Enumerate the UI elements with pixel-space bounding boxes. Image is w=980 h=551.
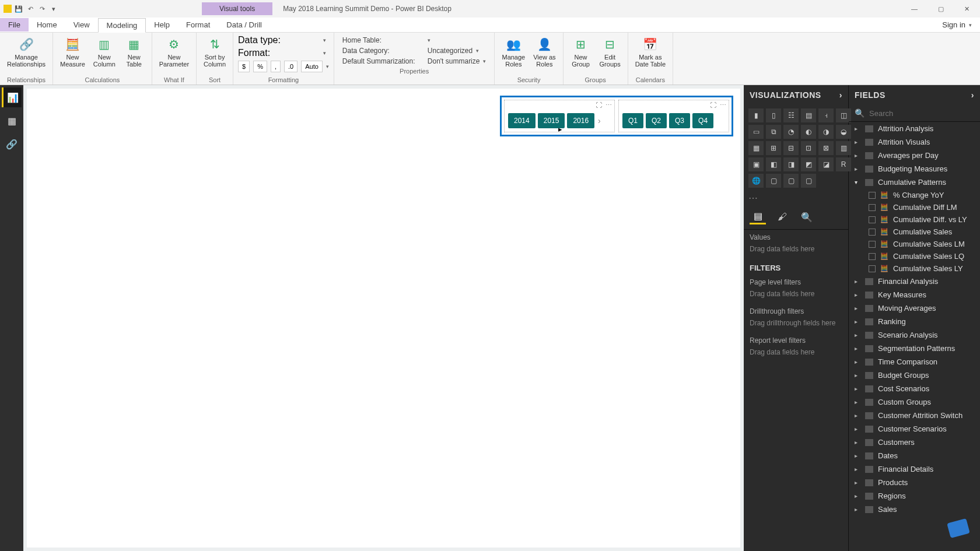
viz-type-icon[interactable]: ◪ bbox=[818, 157, 834, 171]
maximize-button[interactable]: ▢ bbox=[928, 0, 954, 17]
field-checkbox[interactable] bbox=[869, 192, 876, 199]
viz-type-icon[interactable]: ▢ bbox=[801, 174, 816, 188]
viz-type-icon[interactable]: ◐ bbox=[801, 125, 816, 139]
field-checkbox[interactable] bbox=[869, 216, 876, 223]
new-table-button[interactable]: ▦New Table bbox=[121, 35, 147, 69]
field-item[interactable]: 🧮Cumulative Sales LQ bbox=[849, 250, 980, 262]
drillthrough-dropzone[interactable]: Drag drillthrough fields here bbox=[744, 317, 848, 333]
field-table[interactable]: ▸Budget Groups bbox=[849, 368, 980, 382]
field-item[interactable]: 🧮Cumulative Diff. vs LY bbox=[849, 213, 980, 226]
year-slicer[interactable]: ⛶ ⋯ 201420152016› ▸ bbox=[504, 100, 615, 132]
fields-well-tab[interactable]: ▤ bbox=[750, 209, 766, 224]
analytics-tab[interactable]: 🔍 bbox=[799, 209, 815, 224]
collapse-pane-icon[interactable]: › bbox=[839, 90, 842, 100]
focus-mode-icon[interactable]: ⛶ bbox=[596, 101, 602, 109]
field-table[interactable]: ▸Cost Scenarios bbox=[849, 382, 980, 395]
year-chip[interactable]: 2016 bbox=[567, 113, 594, 128]
field-item[interactable]: 🧮Cumulative Sales LY bbox=[849, 262, 980, 275]
undo-icon[interactable]: ↶ bbox=[26, 4, 35, 13]
field-table[interactable]: ▸Time Comparison bbox=[849, 355, 980, 368]
field-table[interactable]: ▸Attrition Analysis bbox=[849, 122, 980, 135]
viz-type-icon[interactable]: ▢ bbox=[766, 174, 781, 188]
field-table[interactable]: ▸Scenario Analysis bbox=[849, 328, 980, 342]
field-item[interactable]: 🧮Cumulative Sales LM bbox=[849, 238, 980, 250]
new-measure-button[interactable]: 🧮New Measure bbox=[58, 35, 88, 69]
field-checkbox[interactable] bbox=[869, 265, 876, 272]
report-filters-dropzone[interactable]: Drag data fields here bbox=[744, 346, 848, 362]
more-options-icon[interactable]: ⋯ bbox=[720, 101, 726, 109]
quarter-chip[interactable]: Q4 bbox=[692, 113, 713, 128]
field-item[interactable]: 🧮% Change YoY bbox=[849, 189, 980, 201]
field-checkbox[interactable] bbox=[869, 204, 876, 211]
quarter-chip[interactable]: Q2 bbox=[646, 113, 667, 128]
field-table[interactable]: ▸Key Measures bbox=[849, 288, 980, 301]
year-chip[interactable]: 2015 bbox=[538, 113, 565, 128]
chevron-down-icon[interactable]: ▾ bbox=[483, 58, 486, 64]
field-table[interactable]: ▸Financial Details bbox=[849, 462, 980, 476]
mark-as-date-table-button[interactable]: 📅Mark as Date Table bbox=[633, 35, 668, 69]
field-table[interactable]: ▸Attrition Visuals bbox=[849, 135, 980, 149]
tab-modeling[interactable]: Modeling bbox=[98, 18, 146, 33]
manage-relationships-button[interactable]: 🔗 Manage Relationships bbox=[5, 35, 48, 69]
field-table[interactable]: ▸Regions bbox=[849, 489, 980, 503]
chevron-down-icon[interactable]: ▾ bbox=[323, 50, 326, 56]
redo-icon[interactable]: ↷ bbox=[37, 4, 47, 13]
field-item[interactable]: 🧮Cumulative Diff LM bbox=[849, 201, 980, 213]
viz-type-icon[interactable]: ◔ bbox=[783, 125, 799, 139]
quarter-chip[interactable]: Q1 bbox=[622, 113, 643, 128]
more-options-icon[interactable]: ⋯ bbox=[606, 101, 612, 109]
chevron-down-icon[interactable]: ▾ bbox=[323, 37, 326, 43]
sort-by-column-button[interactable]: ⇅Sort by Column bbox=[201, 35, 228, 69]
field-table[interactable]: ▸Ranking bbox=[849, 315, 980, 328]
year-chip[interactable]: 2014 bbox=[508, 113, 536, 128]
selected-visual-group[interactable]: ⛶ ⋯ 201420152016› ▸ ⛶ ⋯ Q1Q2Q3Q4 bbox=[500, 96, 733, 136]
field-table[interactable]: ▸Segmentation Patterns bbox=[849, 342, 980, 355]
field-item[interactable]: 🧮Cumulative Sales bbox=[849, 226, 980, 238]
viz-type-icon[interactable]: ▤ bbox=[801, 108, 816, 122]
viz-type-icon[interactable]: ◑ bbox=[818, 125, 834, 139]
decimal-button[interactable]: .0 bbox=[284, 61, 298, 72]
field-table[interactable]: ▸Customer Scenarios bbox=[849, 422, 980, 436]
edit-groups-button[interactable]: ⊟Edit Groups bbox=[597, 35, 623, 69]
viz-type-icon[interactable]: ☷ bbox=[783, 108, 799, 122]
format-tab[interactable]: 🖌 bbox=[774, 209, 790, 224]
tab-format[interactable]: Format bbox=[178, 18, 218, 31]
viz-type-icon[interactable]: ⧉ bbox=[766, 125, 781, 139]
page-filters-dropzone[interactable]: Drag data fields here bbox=[744, 287, 848, 304]
save-icon[interactable]: 💾 bbox=[14, 4, 23, 13]
field-table[interactable]: ▸Averages per Day bbox=[849, 149, 980, 162]
chevron-down-icon[interactable]: ▾ bbox=[326, 64, 329, 69]
model-view-button[interactable]: 🔗 bbox=[2, 134, 22, 154]
viz-type-icon[interactable]: ▢ bbox=[783, 174, 799, 188]
new-group-button[interactable]: ⊞New Group bbox=[568, 35, 594, 69]
new-column-button[interactable]: ▥New Column bbox=[91, 35, 118, 69]
viz-type-icon[interactable]: ⊞ bbox=[766, 141, 781, 155]
sign-in-link[interactable]: Sign in ▾ bbox=[934, 18, 980, 31]
quarter-chip[interactable]: Q3 bbox=[669, 113, 690, 128]
field-table[interactable]: ▸Products bbox=[849, 476, 980, 489]
tab-view[interactable]: View bbox=[65, 18, 98, 31]
field-table[interactable]: ▸Customer Attrition Switch bbox=[849, 409, 980, 422]
field-table[interactable]: ▸Custom Groups bbox=[849, 395, 980, 409]
tab-help[interactable]: Help bbox=[146, 18, 178, 31]
viz-type-icon[interactable]: ⫞ bbox=[818, 108, 834, 122]
field-table[interactable]: ▸Financial Analysis bbox=[849, 275, 980, 288]
report-canvas[interactable]: ⛶ ⋯ 201420152016› ▸ ⛶ ⋯ Q1Q2Q3Q4 bbox=[27, 89, 740, 548]
slicer-next-icon[interactable]: › bbox=[597, 116, 602, 125]
collapse-pane-icon[interactable]: › bbox=[971, 90, 974, 100]
field-checkbox[interactable] bbox=[869, 241, 876, 248]
viz-type-icon[interactable]: ⊠ bbox=[818, 141, 834, 155]
tab-data-drill[interactable]: Data / Drill bbox=[218, 18, 270, 31]
currency-button[interactable]: $ bbox=[238, 61, 250, 72]
chevron-down-icon[interactable]: ▾ bbox=[476, 48, 479, 54]
focus-mode-icon[interactable]: ⛶ bbox=[710, 101, 716, 109]
auto-format-button[interactable]: Auto bbox=[301, 61, 323, 72]
field-checkbox[interactable] bbox=[869, 253, 876, 260]
viz-type-icon[interactable]: ▦ bbox=[748, 141, 764, 155]
tab-home[interactable]: Home bbox=[29, 18, 65, 31]
viz-type-icon[interactable]: ⊟ bbox=[783, 141, 799, 155]
field-checkbox[interactable] bbox=[869, 229, 876, 236]
field-table[interactable]: ▸Sales bbox=[849, 503, 980, 516]
field-table[interactable]: ▸Moving Averages bbox=[849, 301, 980, 315]
values-dropzone[interactable]: Drag data fields here bbox=[744, 243, 848, 259]
